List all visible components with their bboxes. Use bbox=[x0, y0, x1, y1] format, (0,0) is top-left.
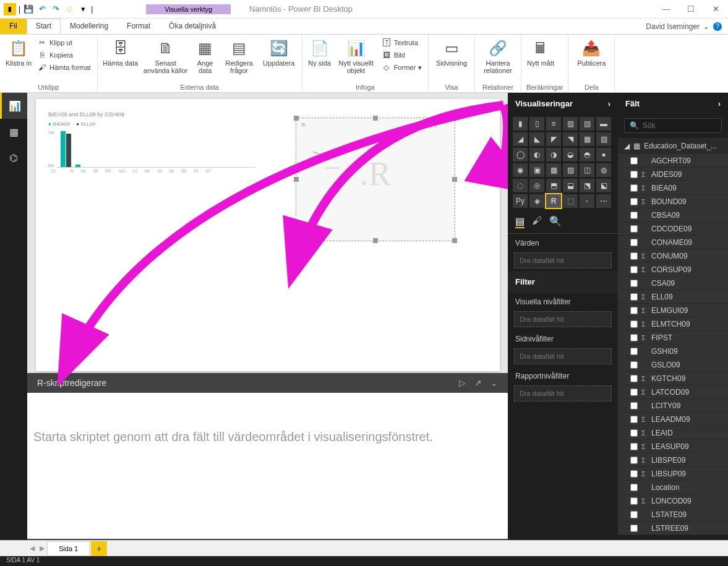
field-row[interactable]: LCITY09 bbox=[618, 399, 728, 413]
viz-type-icon[interactable]: ◐ bbox=[529, 148, 544, 161]
bar-chart-visual[interactable]: BIEA09 and ELL09 by GSHI09 BIEA09 ELL09 … bbox=[48, 111, 255, 173]
field-row[interactable]: ΣLONCOD09 bbox=[618, 494, 728, 508]
manage-relations-button[interactable]: 🔗Hantera relationer bbox=[480, 37, 516, 74]
field-checkbox[interactable] bbox=[630, 225, 638, 233]
tab-drill[interactable]: Öka detaljnivå bbox=[160, 19, 225, 34]
maximize-button[interactable]: ☐ bbox=[679, 1, 703, 18]
page-next-icon[interactable]: ▶ bbox=[37, 544, 47, 552]
new-page-button[interactable]: 📄Ny sida bbox=[307, 37, 332, 67]
field-row[interactable]: GSLO09 bbox=[618, 358, 728, 372]
field-checkbox[interactable] bbox=[630, 171, 638, 178]
tab-format[interactable]: Format bbox=[118, 19, 160, 34]
field-row[interactable]: LSTATE09 bbox=[618, 508, 728, 521]
viz-type-icon[interactable]: ◎ bbox=[529, 179, 544, 192]
tab-home[interactable]: Start bbox=[27, 19, 61, 34]
field-checkbox[interactable] bbox=[630, 348, 638, 355]
field-row[interactable]: ΣLEASUP09 bbox=[618, 440, 728, 453]
field-row[interactable]: CSA09 bbox=[618, 277, 728, 290]
field-row[interactable]: ΣLEAID bbox=[618, 426, 728, 440]
paste-button[interactable]: 📋 Klistra in bbox=[5, 37, 32, 67]
canvas-area[interactable]: BIEA09 and ELL09 by GSHI09 BIEA09 ELL09 … bbox=[27, 93, 508, 540]
report-view-button[interactable]: 📊 bbox=[0, 93, 27, 119]
viz-type-icon[interactable]: ⋯ bbox=[596, 194, 611, 208]
field-checkbox[interactable] bbox=[630, 470, 638, 478]
user-menu[interactable]: David Iseminger ⌄ ? bbox=[640, 19, 728, 34]
viz-type-icon[interactable]: ▧ bbox=[596, 132, 611, 146]
new-visual-button[interactable]: 📊Nytt visuellt objekt bbox=[336, 37, 377, 74]
viz-type-icon[interactable]: ▣ bbox=[529, 163, 544, 177]
field-checkbox[interactable] bbox=[630, 361, 638, 369]
viz-type-icon[interactable]: ▬ bbox=[596, 117, 611, 131]
refresh-button[interactable]: 🔄Uppdatera bbox=[261, 37, 297, 67]
field-checkbox[interactable] bbox=[630, 184, 638, 192]
viz-pane-header[interactable]: Visualiseringar › bbox=[508, 93, 618, 114]
field-row[interactable]: LSTREE09 bbox=[618, 521, 728, 535]
fields-tab-icon[interactable]: ▤ bbox=[515, 215, 525, 228]
focus-mode-icon[interactable]: ⛶ bbox=[430, 121, 437, 128]
run-script-icon[interactable]: ▷ bbox=[459, 378, 466, 388]
fields-pane-header[interactable]: Fält › bbox=[618, 93, 728, 114]
smiley-icon[interactable]: ☺ bbox=[64, 4, 75, 15]
field-row[interactable]: ΣAIDES09 bbox=[618, 168, 728, 181]
viz-type-icon[interactable]: ◒ bbox=[563, 148, 578, 161]
field-checkbox[interactable] bbox=[630, 484, 638, 491]
page-view-button[interactable]: ▭Sidvisning bbox=[434, 37, 469, 67]
field-row[interactable]: ΣELMTCH09 bbox=[618, 317, 728, 331]
r-visual-icon[interactable]: R bbox=[546, 194, 561, 208]
field-row[interactable]: ΣBOUND09 bbox=[618, 195, 728, 208]
textbox-button[interactable]: 🅃Textruta bbox=[380, 37, 423, 48]
field-row[interactable]: ΣCONUM09 bbox=[618, 249, 728, 263]
model-view-button[interactable]: ⌬ bbox=[0, 145, 27, 171]
field-row[interactable]: CBSA09 bbox=[618, 208, 728, 222]
viz-type-icon[interactable]: ≡ bbox=[546, 117, 561, 131]
field-checkbox[interactable] bbox=[630, 375, 638, 382]
report-filters-well[interactable]: Dra datafält hit bbox=[514, 385, 612, 401]
viz-type-icon[interactable]: ▩ bbox=[546, 163, 561, 177]
add-page-button[interactable]: + bbox=[91, 541, 107, 556]
field-checkbox[interactable] bbox=[630, 280, 638, 287]
save-icon[interactable]: 💾 bbox=[23, 4, 34, 15]
page-tab-1[interactable]: Sida 1 bbox=[47, 541, 90, 556]
field-row[interactable]: CONAME09 bbox=[618, 236, 728, 249]
field-checkbox[interactable] bbox=[630, 416, 638, 423]
collapse-icon[interactable]: ⌄ bbox=[490, 378, 498, 388]
field-row[interactable]: ΣELL09 bbox=[618, 290, 728, 304]
viz-type-icon[interactable]: ◯ bbox=[513, 148, 528, 161]
viz-type-icon[interactable]: ⬔ bbox=[580, 179, 594, 192]
field-row[interactable]: AGCHRT09 bbox=[618, 154, 728, 168]
r-editor-body[interactable]: Starta skriptet genom att dra fält till … bbox=[27, 393, 508, 539]
field-checkbox[interactable] bbox=[630, 198, 638, 205]
viz-type-icon[interactable]: ▦ bbox=[580, 132, 594, 146]
field-checkbox[interactable] bbox=[630, 334, 638, 341]
field-checkbox[interactable] bbox=[630, 252, 638, 260]
viz-type-icon[interactable]: ◍ bbox=[596, 163, 611, 177]
viz-type-icon[interactable]: ⬕ bbox=[596, 179, 611, 192]
field-checkbox[interactable] bbox=[630, 511, 638, 518]
popout-icon[interactable]: ↗ bbox=[474, 378, 482, 388]
viz-type-icon[interactable]: ▯ bbox=[529, 117, 544, 131]
data-view-button[interactable]: ▦ bbox=[0, 119, 27, 145]
report-page[interactable]: BIEA09 and ELL09 by GSHI09 BIEA09 ELL09 … bbox=[36, 99, 500, 371]
field-checkbox[interactable] bbox=[630, 266, 638, 273]
field-row[interactable]: Location bbox=[618, 481, 728, 494]
new-measure-button[interactable]: 🖩Nytt mått bbox=[526, 37, 555, 67]
edit-queries-button[interactable]: ▤Redigera frågor bbox=[221, 37, 257, 74]
fields-search[interactable]: 🔍 bbox=[624, 118, 722, 133]
viz-type-icon[interactable]: ◫ bbox=[580, 163, 594, 177]
viz-type-icon[interactable]: ◥ bbox=[563, 132, 578, 146]
field-checkbox[interactable] bbox=[630, 497, 638, 505]
minimize-button[interactable]: — bbox=[654, 1, 679, 18]
field-row[interactable]: ΣCORSUP09 bbox=[618, 263, 728, 277]
tab-file[interactable]: Fil bbox=[0, 19, 27, 34]
viz-type-icon[interactable]: ◉ bbox=[513, 163, 528, 177]
table-header[interactable]: ◢ ▦ Education_Dataset_... bbox=[618, 138, 728, 154]
field-checkbox[interactable] bbox=[630, 525, 638, 532]
viz-type-icon[interactable]: ◓ bbox=[580, 148, 594, 161]
cut-button[interactable]: ✂Klipp ut bbox=[36, 37, 92, 48]
help-icon[interactable]: ? bbox=[713, 22, 722, 31]
shapes-button[interactable]: ◇Former ▾ bbox=[380, 62, 423, 73]
redo-icon[interactable]: ↷ bbox=[50, 4, 61, 15]
field-checkbox[interactable] bbox=[630, 388, 638, 396]
viz-type-icon[interactable]: ◤ bbox=[546, 132, 561, 146]
viz-type-icon[interactable]: ⬚ bbox=[563, 194, 578, 208]
